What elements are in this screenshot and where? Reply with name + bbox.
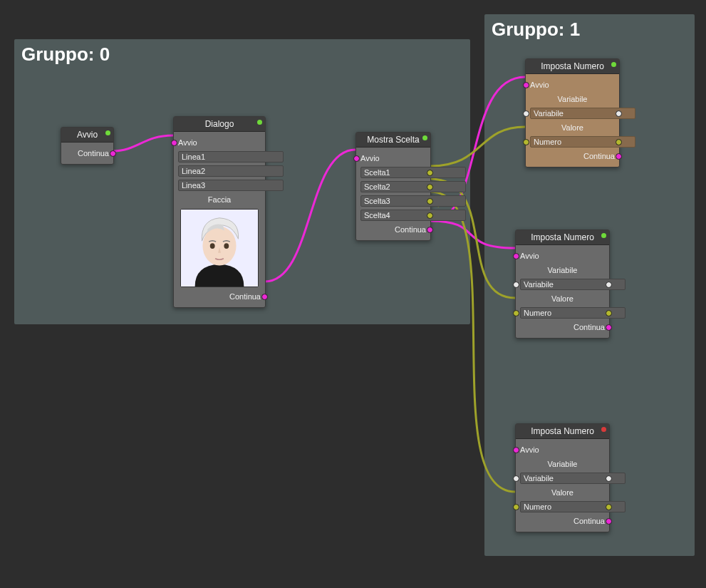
node-mostra-title: Mostra Scelta: [367, 135, 419, 145]
socket-in-avvio[interactable]: [513, 253, 519, 259]
node-imposta-2[interactable]: Imposta Numero Avvio Variabile Valore Co…: [515, 229, 610, 339]
node-mostra-header[interactable]: Mostra Scelta: [356, 133, 430, 148]
socket-out-scelta2[interactable]: [427, 184, 433, 190]
mostra-avvio-label: Avvio: [360, 154, 380, 163]
socket-out-variabile[interactable]: [616, 110, 622, 117]
imposta1-avvio-label: Avvio: [530, 81, 549, 89]
socket-out-continua[interactable]: [261, 294, 268, 300]
socket-out-continua[interactable]: [110, 150, 116, 157]
socket-in-avvio[interactable]: [171, 140, 177, 146]
imposta2-variabile-hdr: Variabile: [548, 266, 578, 274]
status-dot-icon: [105, 130, 110, 135]
node-avvio-title: Avvio: [77, 130, 98, 140]
node-imposta-3[interactable]: Imposta Numero Avvio Variabile Valore Co…: [515, 423, 610, 532]
node-mostra-scelta[interactable]: Mostra Scelta Avvio Continua: [355, 132, 431, 241]
avvio-continua-label: Continua: [78, 149, 109, 158]
dialogo-face-slot[interactable]: [180, 209, 259, 287]
node-dialogo[interactable]: Dialogo Avvio Faccia: [173, 116, 266, 308]
socket-in-avvio[interactable]: [513, 447, 519, 453]
svg-point-2: [210, 243, 215, 249]
socket-in-numero[interactable]: [513, 504, 519, 510]
imposta3-valore-hdr: Valore: [551, 488, 573, 497]
status-dot-icon: [601, 427, 606, 432]
imposta3-continua-label: Continua: [573, 517, 605, 525]
node-imposta1-header[interactable]: Imposta Numero: [526, 59, 619, 74]
node-dialogo-title: Dialogo: [205, 119, 234, 129]
imposta1-valore-hdr: Valore: [561, 123, 583, 132]
imposta1-continua-label: Continua: [583, 152, 615, 160]
imposta3-variabile-hdr: Variabile: [548, 460, 578, 468]
status-dot-icon: [601, 233, 606, 238]
status-dot-icon: [422, 135, 427, 140]
dialogo-linea2-input[interactable]: [178, 165, 284, 177]
socket-in-numero[interactable]: [523, 139, 529, 145]
socket-in-variabile[interactable]: [513, 282, 519, 288]
socket-out-continua[interactable]: [606, 518, 612, 525]
socket-out-variabile[interactable]: [606, 475, 612, 482]
imposta3-avvio-label: Avvio: [520, 445, 539, 454]
node-avvio-header[interactable]: Avvio: [61, 128, 113, 143]
socket-in-variabile[interactable]: [513, 475, 519, 482]
mostra-scelta2-input[interactable]: [360, 181, 466, 192]
imposta2-avvio-label: Avvio: [520, 252, 539, 260]
socket-in-avvio[interactable]: [523, 82, 529, 88]
dialogo-continua-label: Continua: [229, 292, 261, 301]
socket-out-variabile[interactable]: [606, 282, 612, 288]
socket-out-continua[interactable]: [606, 324, 612, 331]
node-avvio[interactable]: Avvio Continua: [61, 127, 114, 165]
mostra-continua-label: Continua: [395, 225, 426, 234]
mostra-scelta4-input[interactable]: [360, 210, 466, 221]
socket-out-scelta1[interactable]: [427, 170, 433, 176]
imposta1-variabile-hdr: Variabile: [558, 95, 588, 103]
socket-out-scelta4[interactable]: [427, 212, 433, 219]
socket-out-numero[interactable]: [606, 310, 612, 316]
dialogo-linea1-input[interactable]: [178, 151, 284, 163]
imposta2-valore-hdr: Valore: [551, 294, 573, 303]
socket-in-numero[interactable]: [513, 310, 519, 316]
mostra-scelta1-input[interactable]: [360, 167, 466, 178]
socket-out-numero[interactable]: [616, 139, 622, 145]
status-dot-icon: [611, 62, 616, 67]
node-dialogo-header[interactable]: Dialogo: [174, 117, 265, 132]
node-imposta3-title: Imposta Numero: [531, 426, 594, 436]
group-0-title: Gruppo: 0: [21, 43, 110, 66]
group-1-title: Gruppo: 1: [492, 19, 580, 41]
socket-out-continua[interactable]: [427, 227, 433, 233]
node-imposta2-title: Imposta Numero: [531, 232, 594, 242]
dialogo-faccia-label: Faccia: [208, 195, 231, 204]
socket-in-avvio[interactable]: [353, 155, 360, 162]
node-imposta2-header[interactable]: Imposta Numero: [516, 230, 609, 245]
imposta2-continua-label: Continua: [573, 323, 605, 331]
dialogo-linea3-input[interactable]: [178, 180, 284, 191]
portrait-avatar: [181, 210, 258, 287]
svg-point-3: [224, 243, 229, 249]
node-imposta-1[interactable]: Imposta Numero Avvio Variabile Valore Co…: [525, 58, 620, 167]
socket-out-numero[interactable]: [606, 504, 612, 510]
node-imposta1-title: Imposta Numero: [541, 61, 604, 71]
mostra-scelta3-input[interactable]: [360, 195, 466, 207]
dialogo-avvio-label: Avvio: [178, 138, 197, 147]
socket-out-scelta3[interactable]: [427, 198, 433, 205]
socket-in-variabile[interactable]: [523, 110, 529, 117]
node-imposta3-header[interactable]: Imposta Numero: [516, 424, 609, 439]
status-dot-icon: [257, 120, 262, 125]
socket-out-continua[interactable]: [616, 153, 622, 160]
